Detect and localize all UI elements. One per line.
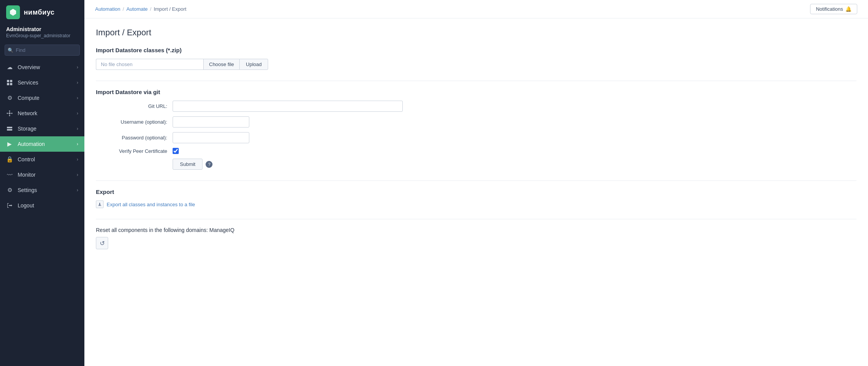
sidebar-item-label: Automation <box>18 141 45 147</box>
import-zip-title: Import Datastore classes (*.zip) <box>96 47 856 53</box>
chevron-icon: › <box>77 141 78 147</box>
sidebar-item-network[interactable]: Network › <box>0 106 84 121</box>
password-row: Password (optional): <box>96 132 856 143</box>
settings-icon: ⚙ <box>6 187 13 194</box>
sidebar-item-label: Services <box>18 79 38 86</box>
control-icon: 🔒 <box>6 156 13 163</box>
main-content: Automation / Automate / Import / Export … <box>84 0 868 366</box>
svg-rect-1 <box>10 80 12 82</box>
divider-3 <box>96 219 856 219</box>
sidebar-item-settings[interactable]: ⚙ Settings › <box>0 182 84 198</box>
logo-icon <box>6 5 20 19</box>
sidebar-item-label: Compute <box>18 95 40 101</box>
divider-1 <box>96 81 856 81</box>
svg-point-8 <box>12 113 13 114</box>
sidebar-item-services[interactable]: Services › <box>0 75 84 90</box>
export-section: Export Export all classes and instances … <box>96 189 856 208</box>
sidebar-item-monitor[interactable]: 〰 Monitor › <box>0 167 84 182</box>
user-name: Administrator <box>6 26 78 32</box>
sidebar-nav: ☁ Overview › Services › ⚙ Compute › <box>0 60 84 366</box>
git-url-label: Git URL: <box>96 103 173 109</box>
user-role: EvmGroup-super_administrator <box>6 33 78 38</box>
svg-rect-2 <box>7 83 9 85</box>
svg-rect-14 <box>7 129 12 131</box>
verify-cert-label: Verify Peer Certificate <box>96 148 173 154</box>
export-icon <box>96 200 104 208</box>
sidebar-item-storage[interactable]: Storage › <box>0 121 84 136</box>
no-file-text: No file chosen <box>101 61 132 67</box>
sidebar-search-wrapper: 🔍 <box>5 45 80 56</box>
storage-icon <box>6 125 13 132</box>
breadcrumb-current: Import / Export <box>154 6 186 12</box>
svg-rect-3 <box>10 83 12 85</box>
username-label: Username (optional): <box>96 119 173 125</box>
chevron-icon: › <box>77 95 78 101</box>
password-label: Password (optional): <box>96 135 173 141</box>
import-zip-section: Import Datastore classes (*.zip) No file… <box>96 47 856 70</box>
upload-button[interactable]: Upload <box>239 59 268 70</box>
search-input[interactable] <box>5 45 80 56</box>
git-url-row: Git URL: <box>96 101 856 112</box>
export-link[interactable]: Export all classes and instances to a fi… <box>96 200 856 208</box>
sidebar-item-label: Network <box>18 110 37 116</box>
page-title: Import / Export <box>96 28 856 38</box>
logout-icon <box>6 202 13 209</box>
export-title: Export <box>96 189 856 195</box>
password-input[interactable] <box>173 132 249 143</box>
page-content: Import / Export Import Datastore classes… <box>84 18 868 366</box>
svg-point-4 <box>9 113 10 114</box>
file-display: No file chosen <box>96 59 203 70</box>
chevron-icon: › <box>77 65 78 70</box>
sidebar-item-label: Logout <box>18 202 34 209</box>
git-url-input[interactable] <box>173 101 403 112</box>
sidebar-item-automation[interactable]: ▶ Automation › <box>0 136 84 152</box>
import-git-section: Import Datastore via git Git URL: Userna… <box>96 89 856 170</box>
chevron-icon: › <box>77 111 78 116</box>
sidebar-item-label: Monitor <box>18 172 36 178</box>
svg-point-5 <box>9 111 10 112</box>
reset-icon: ↺ <box>100 240 105 247</box>
network-icon <box>6 110 13 117</box>
search-icon: 🔍 <box>8 48 13 53</box>
reset-section: Reset all components in the following do… <box>96 227 856 249</box>
chevron-icon: › <box>77 157 78 162</box>
choose-file-button[interactable]: Choose file <box>203 59 239 70</box>
breadcrumb: Automation / Automate / Import / Export <box>95 6 186 12</box>
sidebar-item-label: Storage <box>18 126 36 132</box>
svg-point-7 <box>7 113 8 114</box>
submit-button[interactable]: Submit <box>173 159 203 170</box>
export-link-text: Export all classes and instances to a fi… <box>107 202 195 207</box>
chevron-icon: › <box>77 187 78 193</box>
sidebar-item-compute[interactable]: ⚙ Compute › <box>0 90 84 106</box>
sidebar-item-control[interactable]: 🔒 Control › <box>0 152 84 167</box>
verify-cert-checkbox[interactable] <box>173 148 179 154</box>
verify-cert-row: Verify Peer Certificate <box>96 148 856 154</box>
reset-title: Reset all components in the following do… <box>96 227 856 233</box>
sidebar-item-overview[interactable]: ☁ Overview › <box>0 60 84 75</box>
svg-point-6 <box>9 115 10 116</box>
chevron-icon: › <box>77 126 78 131</box>
chevron-icon: › <box>77 80 78 85</box>
divider-2 <box>96 181 856 181</box>
chevron-icon: › <box>77 172 78 177</box>
sidebar-item-logout[interactable]: Logout <box>0 198 84 213</box>
automation-icon: ▶ <box>6 141 13 147</box>
sidebar-user: Administrator EvmGroup-super_administrat… <box>0 25 84 42</box>
notifications-button[interactable]: Notifications 🔔 <box>810 4 857 14</box>
reset-button[interactable]: ↺ <box>96 237 108 249</box>
username-row: Username (optional): <box>96 116 856 128</box>
username-input[interactable] <box>173 116 249 128</box>
compute-icon: ⚙ <box>6 94 13 101</box>
breadcrumb-automation[interactable]: Automation <box>95 6 120 12</box>
top-header: Automation / Automate / Import / Export … <box>84 0 868 18</box>
logo-text: нимбиус <box>24 8 54 17</box>
submit-row: Submit ? <box>173 159 856 170</box>
services-icon <box>6 79 13 86</box>
import-git-title: Import Datastore via git <box>96 89 856 95</box>
help-icon[interactable]: ? <box>206 161 212 168</box>
sidebar-item-label: Overview <box>18 64 40 70</box>
breadcrumb-automate[interactable]: Automate <box>126 6 148 12</box>
bell-icon: 🔔 <box>845 6 852 12</box>
notifications-label: Notifications <box>816 6 843 12</box>
svg-rect-13 <box>7 127 12 128</box>
